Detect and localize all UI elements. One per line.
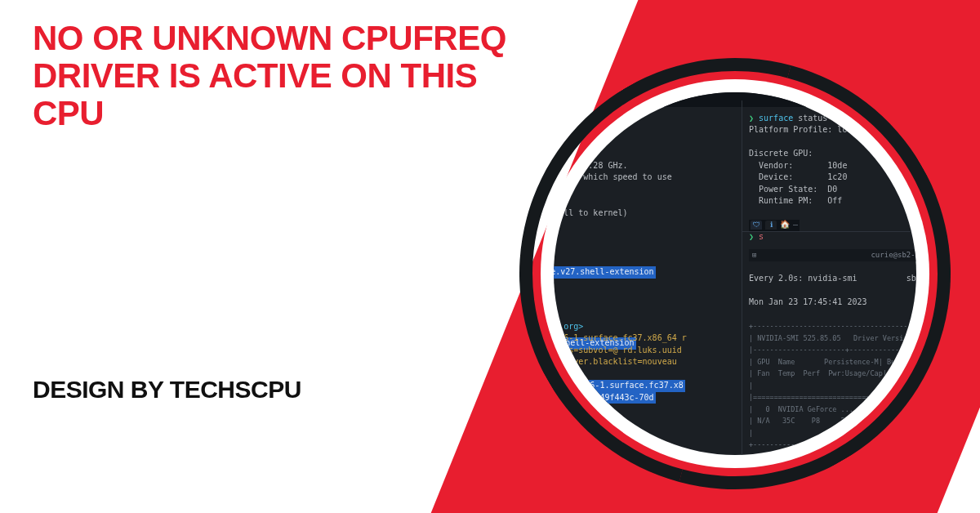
prompt-arrow-icon: ❯ <box>749 114 759 123</box>
tab-dash: – <box>793 219 798 231</box>
home-icon: 🏠 <box>590 94 599 106</box>
tl-highlight-1: rmko-sl.de.v27.shell-extension <box>554 266 656 279</box>
tr-gpu-title: Discrete GPU: <box>749 149 813 158</box>
info-icon: ℹ <box>579 94 581 105</box>
br-user-host: curie@sb2-20221216 <box>871 250 916 261</box>
tr-cmd: status <box>793 114 827 123</box>
tr-prompt-user: surface <box>759 114 793 123</box>
info-icon: ℹ <box>770 220 773 230</box>
br-header: ⊞curie@sb2-20221216 <box>749 249 916 261</box>
terminal-screenshot: 🛡 ℹ 🏠 – nated by software: 0 e or is not… <box>554 92 916 455</box>
bl-boot2: @ ro rootflags=subvol=@ rd.luks.uuid <box>554 346 682 355</box>
circle-graphic: 🛡 ℹ 🏠 – nated by software: 0 e or is not… <box>523 61 947 486</box>
br-watch-line: Every 2.0s: nvidia-smi sb2-20221 <box>749 274 916 283</box>
tr-mini-tabbar: 🛡ℹ 🏠 – <box>749 220 800 231</box>
tr-gpu-block: Vendor: 10de Device: 1c20 Power State: D… <box>749 161 847 206</box>
bl-boot1: vmlinuz-6.1.6-1.surface.fc37.x86_64 r <box>554 333 687 342</box>
tab-1: 🛡 <box>557 94 570 105</box>
shield-icon: 🛡 <box>753 220 760 230</box>
home-icon: 🏠 <box>780 219 790 231</box>
tab-mini-1: 🛡 <box>751 221 762 230</box>
br-new-tab-icon: ⊞ <box>752 250 756 261</box>
tab-2: ℹ <box>573 94 586 105</box>
page-title: NO OR UNKNOWN CPUFREQ DRIVER IS ACTIVE O… <box>33 20 555 133</box>
tab-mini-2: ℹ <box>765 221 777 230</box>
br-date: Mon Jan 23 17:45:41 2023 <box>749 297 867 306</box>
shield-icon: 🛡 <box>560 94 568 105</box>
design-credit: DESIGN BY TECHSCPU <box>33 376 301 404</box>
